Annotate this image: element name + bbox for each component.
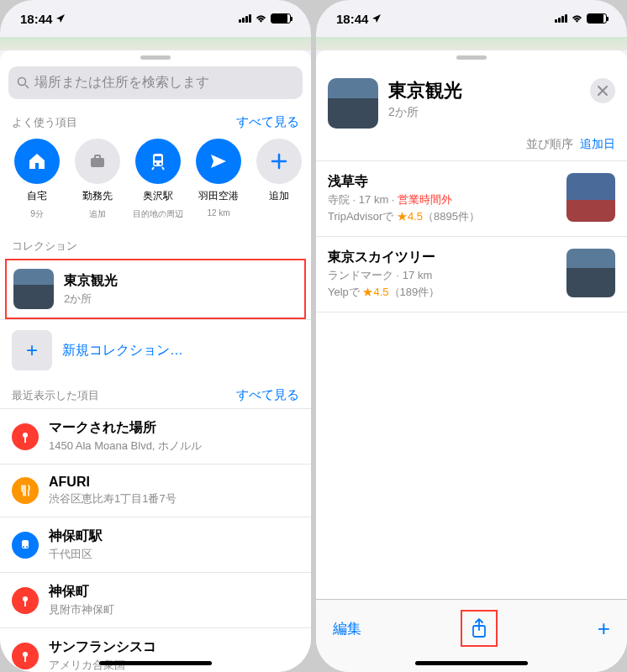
svg-point-13 (23, 652, 28, 657)
search-icon (17, 76, 29, 89)
collection-count: 2か所 (388, 105, 462, 120)
collection-thumb (328, 78, 378, 129)
svg-point-0 (18, 78, 26, 86)
collection-thumb (13, 269, 54, 309)
search-placeholder: 場所または住所を検索します (34, 74, 209, 92)
favorite-home[interactable]: 自宅 9分 (7, 139, 67, 220)
screen-left: 18:44 場所または住所を検索します よく使う項目 すべて見る 自宅 9分 (0, 0, 311, 672)
airplane-icon (208, 151, 229, 171)
battery-icon (587, 13, 607, 24)
collection-detail-card: 東京観光 2か所 並び順序 追加日 浅草寺 寺院 · 17 km · 営業時間外… (316, 50, 627, 672)
favorite-station[interactable]: 奥沢駅 目的地の周辺 (128, 139, 188, 220)
grabber[interactable] (140, 55, 171, 60)
favorites-see-all[interactable]: すべて見る (236, 114, 299, 130)
recent-item[interactable]: サンフランシスコアメリカ合衆国 (0, 627, 311, 672)
search-input[interactable]: 場所または住所を検索します (8, 66, 303, 99)
status-time: 18:44 (20, 12, 52, 26)
sort-control[interactable]: 並び順序 追加日 (316, 134, 627, 160)
status-bar: 18:44 (316, 0, 627, 37)
pin-icon (12, 643, 39, 669)
recent-item[interactable]: 神保町見附市神保町 (0, 572, 311, 627)
pin-icon (12, 423, 39, 450)
place-thumb (566, 173, 615, 222)
svg-point-8 (23, 433, 28, 438)
battery-icon (271, 13, 291, 24)
close-icon (598, 86, 608, 96)
food-icon (12, 477, 39, 504)
recent-item[interactable]: マークされた場所1450 Ala Moana Blvd, ホノルル (0, 408, 311, 464)
svg-point-12 (23, 596, 28, 601)
add-button[interactable]: + (598, 616, 610, 642)
favorite-add[interactable]: 追加 (249, 139, 309, 220)
wifi-icon (255, 13, 267, 24)
transit-icon (12, 532, 39, 559)
recent-item[interactable]: 神保町駅千代田区 (0, 517, 311, 572)
collection-title: 東京観光 (388, 78, 462, 103)
status-bar: 18:44 (0, 0, 311, 37)
grabber[interactable] (456, 55, 487, 60)
recents-header: 最近表示した項目 すべて見る (0, 381, 311, 408)
location-icon (55, 13, 66, 24)
screen-right: 18:44 東京観光 2か所 並び順序 追加日 (316, 0, 627, 672)
map-background (316, 37, 627, 50)
share-button[interactable] (461, 610, 498, 647)
svg-rect-7 (155, 156, 161, 160)
status-time: 18:44 (336, 12, 368, 26)
svg-point-10 (23, 546, 24, 548)
home-indicator[interactable] (99, 661, 212, 665)
signal-icon (239, 14, 251, 23)
pin-icon (12, 587, 39, 614)
plus-icon: + (12, 330, 52, 370)
edit-button[interactable]: 編集 (333, 619, 361, 638)
train-icon (148, 151, 168, 171)
map-background (0, 37, 311, 50)
recent-item[interactable]: AFURI渋谷区恵比寿1丁目1番7号 (0, 464, 311, 517)
close-button[interactable] (590, 78, 615, 103)
location-icon (371, 13, 382, 24)
home-indicator[interactable] (415, 661, 528, 665)
favorite-airport[interactable]: 羽田空港 12 km (188, 139, 249, 220)
favorites-header: よく使う項目 すべて見る (0, 108, 311, 135)
favorite-work[interactable]: 勤務先 追加 (67, 139, 128, 220)
search-card: 場所または住所を検索します よく使う項目 すべて見る 自宅 9分 勤務先 追加 … (0, 50, 311, 672)
wifi-icon (571, 13, 583, 24)
signal-icon (555, 14, 567, 23)
svg-point-11 (26, 546, 28, 548)
place-item[interactable]: 東京スカイツリー ランドマーク · 17 km Yelpで ★4.5（189件） (316, 236, 627, 312)
svg-line-1 (25, 85, 29, 88)
collections-header: コレクション (0, 232, 311, 259)
svg-rect-3 (95, 155, 100, 159)
collection-item-tokyo[interactable]: 東京観光 2か所 (5, 259, 306, 319)
new-collection-button[interactable]: + 新規コレクション… (0, 319, 311, 381)
svg-point-5 (155, 163, 157, 165)
svg-point-6 (160, 163, 162, 165)
favorites-row: 自宅 9分 勤務先 追加 奥沢駅 目的地の周辺 羽田空港 12 km 追加 (0, 135, 311, 232)
briefcase-icon (87, 151, 108, 171)
place-item[interactable]: 浅草寺 寺院 · 17 km · 営業時間外 TripAdvisorで ★4.5… (316, 160, 627, 236)
place-thumb (566, 249, 615, 297)
plus-icon (270, 152, 288, 171)
home-icon (27, 151, 47, 171)
share-icon (471, 618, 487, 638)
recents-see-all[interactable]: すべて見る (236, 387, 299, 403)
